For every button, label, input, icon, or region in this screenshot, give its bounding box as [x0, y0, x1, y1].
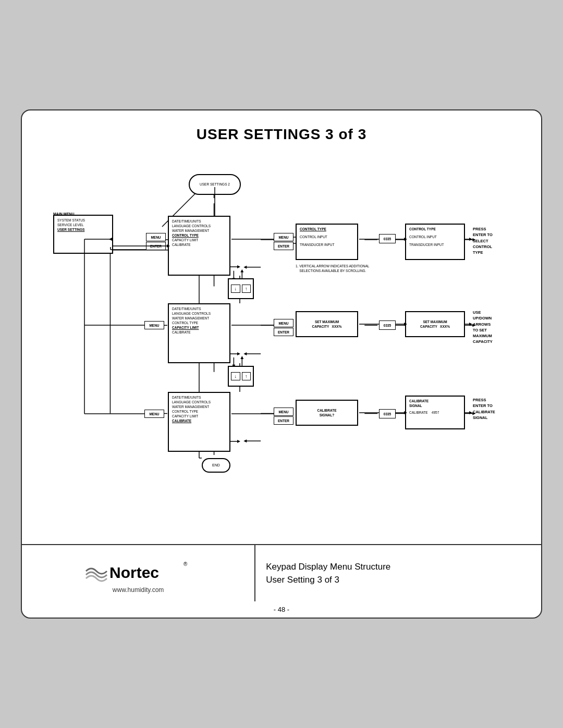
- footer-line2: User Setting 3 of 3: [266, 573, 339, 587]
- svg-marker-95: [237, 352, 240, 355]
- svg-marker-93: [237, 265, 240, 268]
- vertical-arrow-note: 1. VERTICAL ARROW INDICATES ADDITIONAL S…: [296, 264, 369, 273]
- diagram: USER SETTINGS 2 MAIN MENU SYSTEM STATUS …: [43, 158, 520, 534]
- ct-item-2: CONTROL INPUT: [300, 235, 354, 239]
- d1-item-1: CONTROL TYPE: [409, 227, 461, 231]
- ct-item-1: CONTROL TYPE: [300, 227, 354, 231]
- arrow-box-2: ↓ ↑: [228, 366, 254, 387]
- list3-item-5: CAPACITY LIMIT: [172, 414, 226, 418]
- website-url: www.humidity.com: [113, 586, 164, 594]
- display2-box: SET MAXIMUMCAPACITY XXX%: [405, 311, 465, 337]
- menu-btn-row3[interactable]: MENU: [274, 408, 293, 416]
- down-arrow-btn-2[interactable]: ↓: [231, 372, 240, 380]
- svg-marker-73: [469, 238, 472, 241]
- svg-marker-47: [243, 352, 247, 355]
- d1-item-3: TRANSDUCER INPUT: [409, 242, 461, 247]
- footer-logo-area: Nortec ® www.humidity.com: [22, 545, 255, 601]
- list1-item-4: CONTROL TYPE: [172, 233, 226, 238]
- list2-box: DATE/TIME/UNITS LANGUAGE CONTROLS WATER …: [168, 303, 230, 363]
- main-menu-item-2: SERVICE LEVEL: [57, 223, 109, 227]
- main-content: USER SETTINGS 3 of 3: [22, 110, 541, 544]
- menu-btn-left-3[interactable]: MENU: [144, 410, 164, 418]
- display3-box: CALIBRATE SIGNAL CALIBRATE 4957: [405, 396, 465, 429]
- menu-btn-3[interactable]: MENU: [274, 319, 293, 327]
- main-menu-item-3: USER SETTINGS: [57, 227, 109, 232]
- calibrate-signal-box: CALIBRATESIGNAL?: [296, 400, 358, 426]
- code-0335-1: 0335: [379, 234, 396, 243]
- list1-box: DATE/TIME/UNITS LANGUAGE CONTROLS WATER …: [168, 216, 230, 276]
- list3-item-1: DATE/TIME/UNITS: [172, 395, 226, 400]
- svg-marker-45: [243, 266, 247, 269]
- list2-item-4: CONTROL TYPE: [172, 320, 226, 325]
- enter-btn-3[interactable]: ENTER: [274, 328, 293, 336]
- footer-description: Keypad Display Menu Structure User Setti…: [255, 545, 541, 601]
- main-menu-item-1: SYSTEM STATUS: [57, 218, 109, 223]
- enter-btn-2[interactable]: ENTER: [274, 242, 293, 250]
- user-settings-oval: USER SETTINGS 2: [189, 174, 241, 195]
- list2-item-3: WATER MANAGEMENT: [172, 316, 226, 320]
- list1-item-1: DATE/TIME/UNITS: [172, 219, 226, 224]
- control-type-select-box: CONTROL TYPE CONTROL INPUT TRANSDUCER IN…: [296, 224, 358, 260]
- right-label-1: PRESSENTER TOSELECTCONTROLTYPE: [473, 226, 493, 255]
- list1-item-2: LANGUAGE CONTROLS: [172, 224, 226, 228]
- list1-item-3: WATER MANAGEMENT: [172, 228, 226, 233]
- svg-marker-39: [240, 269, 243, 273]
- ct-item-3: TRANSDUCER INPUT: [300, 242, 354, 247]
- menu-btn-2[interactable]: MENU: [274, 233, 293, 241]
- up-arrow-btn-2[interactable]: ↑: [242, 372, 251, 380]
- svg-marker-35: [243, 439, 247, 442]
- list2-item-2: LANGUAGE CONTROLS: [172, 311, 226, 316]
- set-max-box: SET MAXIMUMCAPACITY XXX%: [296, 311, 358, 337]
- list3-item-3: WATER MANAGEMENT: [172, 404, 226, 409]
- right-label-2: USEUP/DOWNARROWSTO SETMAXIMUMCAPACITY: [473, 310, 493, 345]
- svg-marker-43: [240, 356, 243, 359]
- page-title: USER SETTINGS 3 of 3: [43, 126, 520, 143]
- footer: Nortec ® www.humidity.com Keypad Display…: [22, 544, 541, 601]
- code-0335-2: 0335: [379, 320, 396, 330]
- page-wrapper: USER SETTINGS 3 of 3: [21, 109, 542, 619]
- list1-item-5: CAPACITY LIMIT: [172, 238, 226, 242]
- svg-marker-83: [469, 411, 472, 414]
- diagram-lines: [43, 158, 520, 534]
- end-oval: END: [202, 458, 230, 473]
- svg-text:Nortec: Nortec: [109, 564, 159, 581]
- list2-item-6: CALIBRATE: [172, 330, 226, 335]
- enter-btn-row3[interactable]: ENTER: [274, 416, 293, 425]
- list3-box: DATE/TIME/UNITS LANGUAGE CONTROLS WATER …: [168, 392, 230, 452]
- calibrate-text: CALIBRATESIGNAL?: [317, 408, 336, 417]
- menu-btn-1[interactable]: MENU: [146, 233, 166, 241]
- extra-lines: [43, 158, 522, 534]
- enter-btn-1[interactable]: ENTER: [146, 242, 166, 250]
- footer-line1: Keypad Display Menu Structure: [266, 560, 390, 574]
- d3-item-3: CALIBRATE 4957: [409, 410, 461, 415]
- svg-marker-78: [469, 323, 472, 326]
- arrow-box-1: ↓ ↑: [228, 278, 254, 299]
- svg-marker-97: [237, 440, 240, 443]
- d2-text: SET MAXIMUMCAPACITY XXX%: [420, 319, 450, 329]
- up-arrow-btn-1[interactable]: ↑: [242, 285, 251, 293]
- display1-box: CONTROL TYPE CONTROL INPUT TRANSDUCER IN…: [405, 224, 465, 260]
- code-0335-3: 0335: [379, 409, 396, 418]
- down-arrow-btn-1[interactable]: ↓: [231, 285, 240, 293]
- right-label-3: PRESSENTER TOCALIBRATESIGNAL: [473, 397, 495, 421]
- set-max-text: SET MAXIMUMCAPACITY XXX%: [312, 319, 342, 329]
- list3-item-4: CONTROL TYPE: [172, 409, 226, 414]
- menu-btn-left-2[interactable]: MENU: [144, 321, 164, 329]
- page-number: - 48 -: [22, 601, 541, 618]
- list3-item-2: LANGUAGE CONTROLS: [172, 400, 226, 404]
- d3-item-1: CALIBRATE: [409, 399, 461, 403]
- d1-item-2: CONTROL INPUT: [409, 235, 461, 239]
- list2-item-5: CAPACITY LIMIT: [172, 325, 226, 330]
- list1-item-6: CALIBRATE: [172, 242, 226, 247]
- svg-text:®: ®: [183, 561, 188, 567]
- nortec-logo: Nortec ®: [81, 553, 195, 584]
- list2-item-1: DATE/TIME/UNITS: [172, 306, 226, 311]
- list3-item-6: CALIBRATE: [172, 418, 226, 423]
- d3-item-2: SIGNAL: [409, 403, 461, 408]
- main-menu-box: SYSTEM STATUS SERVICE LEVEL USER SETTING…: [53, 215, 113, 254]
